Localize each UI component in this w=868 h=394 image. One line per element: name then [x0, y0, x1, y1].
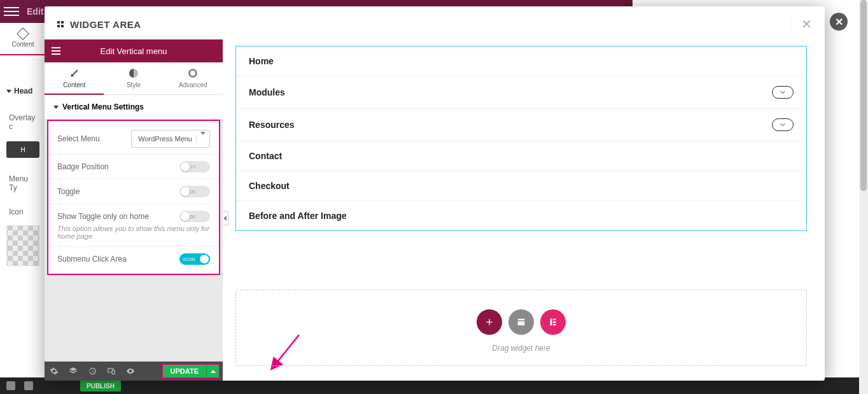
gear-icon[interactable]	[6, 381, 15, 390]
modal-body: Edit Vertical menu Content Style Advance…	[45, 39, 825, 381]
bg-content-tab[interactable]: Content	[0, 23, 46, 54]
add-section-button[interactable]	[477, 309, 502, 335]
hamburger-icon[interactable]	[4, 4, 19, 19]
pencil-icon	[17, 27, 29, 40]
setting-select-menu: Select Menu WordPress Menu	[48, 123, 219, 155]
chevron-down-icon	[6, 90, 11, 93]
chevron-down-icon	[196, 135, 206, 143]
select-menu-label: Select Menu	[57, 134, 100, 143]
gear-icon	[188, 69, 197, 78]
bg-content-tab-label: Content	[11, 41, 34, 48]
pencil-icon	[68, 67, 81, 80]
toggle-knob	[200, 255, 209, 264]
caret-up-icon	[211, 370, 216, 373]
expand-icon[interactable]	[772, 118, 794, 131]
tab-advanced[interactable]: Advanced	[164, 62, 223, 95]
tab-content[interactable]: Content	[45, 62, 104, 95]
menu-item[interactable]: Before and After Image	[236, 201, 806, 230]
menu-item[interactable]: Home	[236, 46, 806, 76]
widget-dropzone[interactable]: Drag widget here	[235, 290, 807, 366]
sidebar-title: Edit Vertical menu	[67, 46, 200, 56]
toggle-option-switch[interactable]: HIDE	[179, 186, 210, 197]
bg-section-label: Head	[14, 87, 32, 95]
bg-menutype-label: Menu Ty	[6, 169, 39, 197]
toggle-knob	[181, 162, 190, 171]
bg-active-underline	[0, 54, 46, 55]
tab-style-label: Style	[127, 81, 141, 88]
bg-close-button[interactable]: ✕	[830, 13, 848, 31]
caret-left-icon	[223, 216, 227, 221]
sidebar-footer: UPDATE	[45, 362, 223, 381]
caret-down-icon	[53, 106, 59, 109]
toggle-knob	[181, 187, 190, 196]
widget-area-modal: WIDGET AREA ✕ Edit Vertical menu Content…	[45, 6, 825, 381]
menu-item[interactable]: Contact	[236, 141, 806, 171]
modal-header: WIDGET AREA ✕	[45, 6, 825, 39]
hamburger-icon[interactable]	[45, 47, 67, 55]
setting-toggle: Toggle HIDE	[48, 179, 219, 204]
bg-left-panel: Content Head Overlay c H Menu Ty Icon	[0, 23, 46, 377]
elementor-icon	[57, 21, 64, 27]
setting-show-toggle-home: Show Toggle only on home HIDE	[48, 204, 219, 225]
select-menu-dropdown[interactable]: WordPress Menu	[131, 130, 210, 148]
menu-item-label: Contact	[249, 151, 282, 161]
badge-position-toggle[interactable]: LEFT	[179, 161, 210, 172]
vertical-menu-preview: HomeModulesResourcesContactCheckoutBefor…	[235, 46, 807, 231]
setting-help-text: This option allows you to show this menu…	[48, 225, 219, 247]
bg-icon-label: Icon	[6, 202, 39, 222]
menu-item-label: Checkout	[249, 181, 290, 191]
submenu-click-label: Submenu Click Area	[57, 255, 127, 264]
settings-box-highlight: Select Menu WordPress Menu Badge Positio…	[47, 120, 220, 275]
preview-area: HomeModulesResourcesContactCheckoutBefor…	[223, 39, 825, 381]
toggle-knob	[181, 212, 190, 221]
close-icon[interactable]: ✕	[790, 15, 812, 33]
update-button[interactable]: UPDATE	[163, 365, 206, 377]
tab-content-label: Content	[63, 81, 85, 88]
setting-submenu-click: Submenu Click Area ICON	[48, 247, 219, 271]
layers-icon[interactable]	[64, 367, 83, 376]
bg-publish-button[interactable]: PUBLISH	[80, 380, 121, 391]
contrast-icon	[129, 69, 138, 78]
menu-item[interactable]: Checkout	[236, 171, 806, 201]
select-menu-value: WordPress Menu	[138, 135, 192, 143]
bg-section-header[interactable]: Head	[6, 87, 39, 95]
bg-scrollbar[interactable]	[859, 0, 868, 394]
bg-icon-preview[interactable]	[6, 225, 39, 266]
tab-style[interactable]: Style	[104, 62, 163, 95]
menu-item-label: Home	[249, 56, 274, 66]
gear-icon[interactable]	[45, 367, 64, 376]
menu-item-label: Modules	[249, 87, 285, 97]
show-toggle-home-label: Show Toggle only on home	[57, 212, 149, 221]
svg-rect-1	[112, 370, 115, 374]
layers-icon[interactable]	[24, 381, 33, 390]
collapse-handle[interactable]	[223, 211, 228, 225]
add-elementskit-button[interactable]	[540, 309, 566, 335]
grid-icon[interactable]	[200, 47, 223, 55]
setting-badge-position: Badge Position LEFT	[48, 155, 219, 179]
submenu-click-switch[interactable]: ICON	[179, 253, 210, 265]
bg-scroll-thumb[interactable]	[860, 0, 867, 191]
eye-icon[interactable]	[121, 367, 140, 376]
history-icon[interactable]	[83, 367, 102, 376]
dropzone-actions	[477, 309, 566, 335]
add-template-button[interactable]	[508, 309, 534, 335]
bg-overlay-label: Overlay c	[6, 108, 39, 136]
menu-item[interactable]: Modules	[236, 76, 806, 109]
bg-option-button[interactable]: H	[6, 141, 39, 158]
modal-title: WIDGET AREA	[70, 19, 141, 30]
bg-left-content: Head Overlay c H Menu Ty Icon	[0, 80, 46, 272]
menu-item[interactable]: Resources	[236, 109, 806, 141]
update-button-group: UPDATE	[162, 363, 220, 379]
show-toggle-home-switch[interactable]: HIDE	[179, 211, 210, 222]
badge-position-label: Badge Position	[57, 162, 109, 171]
dropzone-hint: Drag widget here	[492, 344, 550, 353]
menu-item-label: Before and After Image	[249, 211, 347, 221]
sidebar-topbar: Edit Vertical menu	[45, 39, 223, 62]
update-dropdown-button[interactable]	[206, 365, 219, 377]
toggle-option-label: Toggle	[57, 187, 80, 196]
section-title: Vertical Menu Settings	[62, 102, 144, 111]
expand-icon[interactable]	[772, 86, 794, 99]
section-header[interactable]: Vertical Menu Settings	[45, 95, 223, 120]
sidebar-tabs: Content Style Advanced	[45, 62, 223, 95]
responsive-icon[interactable]	[102, 367, 121, 376]
